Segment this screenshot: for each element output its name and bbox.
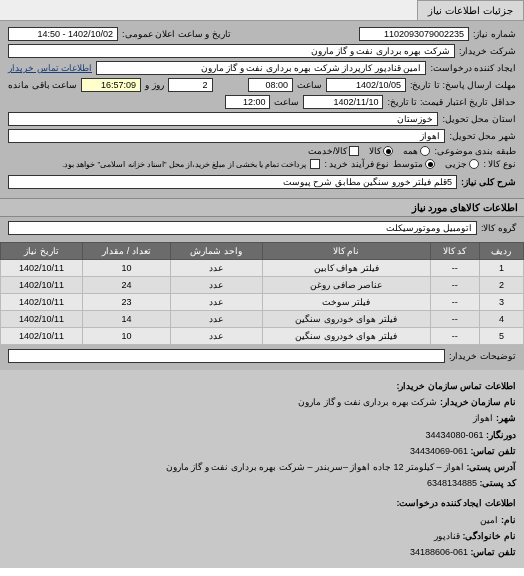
radio-medium-label: متوسط (393, 159, 423, 169)
cell-date: 1402/10/11 (1, 294, 83, 311)
province-label: استان محل تحویل: (442, 114, 516, 124)
tab-bar: جزئیات اطلاعات نیاز (0, 0, 524, 21)
cphone-val: 061-34188606 (410, 547, 468, 557)
cell-name: فیلتر هواف کابین (262, 260, 430, 277)
remain-label: ساعت باقی مانده (8, 80, 77, 90)
cell-n: 3 (479, 294, 523, 311)
table-row[interactable]: 1--فیلتر هواف کابینعدد101402/10/11 (1, 260, 524, 277)
fax-label: دورنگار: (486, 430, 516, 440)
cell-date: 1402/10/11 (1, 277, 83, 294)
tab-details[interactable]: جزئیات اطلاعات نیاز (417, 0, 524, 20)
req-no-label: شماره نیاز: (473, 29, 516, 39)
col-name: نام کالا (262, 243, 430, 260)
radio-small[interactable] (469, 159, 479, 169)
col-qty: تعداد / مقدار (83, 243, 170, 260)
group-label: گروه کالا: (481, 223, 516, 233)
fname-val: امین (480, 515, 498, 525)
validity-time: 12:00 (225, 95, 270, 109)
cell-qty: 23 (83, 294, 170, 311)
cell-date: 1402/10/11 (1, 260, 83, 277)
cell-n: 5 (479, 328, 523, 345)
radio-goods[interactable] (383, 146, 393, 156)
radio-all-label: همه (403, 146, 418, 156)
ccity-label: شهر: (496, 413, 516, 423)
comments-value[interactable] (8, 349, 445, 363)
col-unit: واحد شمارش (170, 243, 262, 260)
ccity-val: اهواز (473, 413, 493, 423)
cell-unit: عدد (170, 311, 262, 328)
cell-date: 1402/10/11 (1, 328, 83, 345)
deadline-date: 1402/10/05 (326, 78, 406, 92)
cell-name: عناصر صافی روغن (262, 277, 430, 294)
cell-n: 1 (479, 260, 523, 277)
comments-label: توضیحات خریدار: (449, 351, 516, 361)
group-value: اتومبیل وموتورسیکلت (8, 221, 477, 235)
kind-label: نوع کالا : (483, 159, 516, 169)
table-row[interactable]: 4--فیلتر هوای خودروی سنگینعدد141402/10/1… (1, 311, 524, 328)
radio-small-label: جزیی (445, 159, 467, 169)
phone-label: تلفن تماس: (471, 446, 517, 456)
cell-qty: 10 (83, 260, 170, 277)
contact-info-block: اطلاعات تماس سازمان خریدار: نام سازمان خ… (0, 370, 524, 568)
goods-section-title: اطلاعات کالاهای مورد نیاز (0, 198, 524, 217)
buyer-value: شرکت بهره برداری نفت و گاز مارون (8, 44, 455, 58)
addr-val: اهواز – کیلومتر 12 جاده اهواز –سربندر – … (166, 462, 464, 472)
chk-service[interactable] (349, 146, 359, 156)
cell-name: فیلتر هوای خودروی سنگین (262, 328, 430, 345)
deadline-label: مهلت ارسال پاسخ: تا تاریخ: (410, 80, 516, 90)
radio-goods-label: کالا (369, 146, 381, 156)
desc-label: شرح کلی نیاز: (461, 177, 516, 187)
cell-unit: عدد (170, 294, 262, 311)
days-remain: 2 (168, 78, 213, 92)
creator-head: اطلاعات ایجاد کننده درخواست: (8, 495, 516, 511)
remain-time: 16:57:09 (81, 78, 141, 92)
buy-process-label: نوع فرآیند خرید : (324, 159, 389, 169)
desc-value: 5قلم فیلتر خورو سنگین مطابق شرح پیوست (8, 175, 457, 189)
subject-radio-group: همه کالا کالا/خدمت (308, 146, 431, 156)
cell-code: -- (430, 328, 479, 345)
chk-buy-process[interactable] (310, 159, 320, 169)
cell-date: 1402/10/11 (1, 311, 83, 328)
cell-name: فیلتر هوای خودروی سنگین (262, 311, 430, 328)
city-value: اهواز (8, 129, 445, 143)
radio-medium[interactable] (425, 159, 435, 169)
contact-link[interactable]: اطلاعات تماس خریدار (8, 63, 92, 73)
radio-all[interactable] (420, 146, 430, 156)
table-row[interactable]: 5--فیلتر هوای خودروی سنگینعدد101402/10/1… (1, 328, 524, 345)
zip-label: کد پستی: (480, 478, 517, 488)
day-label: روز و (145, 80, 164, 90)
cell-n: 4 (479, 311, 523, 328)
col-code: کد کالا (430, 243, 479, 260)
buyer-label: شرکت خریدار: (459, 46, 516, 56)
announce-label: تاریخ و ساعت اعلان عمومی: (122, 29, 231, 39)
col-date: تاریخ نیاز (1, 243, 83, 260)
table-row[interactable]: 3--فیلتر سوختعدد231402/10/11 (1, 294, 524, 311)
chk-service-label: کالا/خدمت (308, 146, 348, 156)
announce-value: 1402/10/02 - 14:50 (8, 27, 118, 41)
cell-unit: عدد (170, 277, 262, 294)
table-row[interactable]: 2--عناصر صافی روغنعدد241402/10/11 (1, 277, 524, 294)
cell-qty: 14 (83, 311, 170, 328)
cell-n: 2 (479, 277, 523, 294)
goods-table: ردیف کد کالا نام کالا واحد شمارش تعداد /… (0, 242, 524, 345)
fax-val: 061-34434080 (425, 430, 483, 440)
cell-name: فیلتر سوخت (262, 294, 430, 311)
lname-label: نام خانوادگی: (463, 531, 517, 541)
cell-code: -- (430, 294, 479, 311)
cell-unit: عدد (170, 328, 262, 345)
addr-label: آدرس پستی: (467, 462, 517, 472)
lname-val: قنادپور (434, 531, 460, 541)
col-row: ردیف (479, 243, 523, 260)
creator-label: ایجاد کننده درخواست: (430, 63, 516, 73)
contact-head: اطلاعات تماس سازمان خریدار: (8, 378, 516, 394)
subject-type-label: طبقه بندی موضوعی: (434, 146, 516, 156)
creator-value: امین قنادپور کارپرداز شرکت بهره برداری ن… (96, 61, 426, 75)
org-val: شرکت بهره برداری نفت و گاز مارون (298, 397, 437, 407)
phone-val: 061-34434069 (410, 446, 468, 456)
fname-label: نام: (501, 515, 516, 525)
cphone-label: تلفن تماس: (471, 547, 517, 557)
city-label: شهر محل تحویل: (449, 131, 516, 141)
form-panel: شماره نیاز: 1102093079002235 تاریخ و ساع… (0, 21, 524, 198)
validity-label: حداقل تاریخ اعتبار قیمت: تا تاریخ: (387, 97, 516, 107)
cell-code: -- (430, 260, 479, 277)
